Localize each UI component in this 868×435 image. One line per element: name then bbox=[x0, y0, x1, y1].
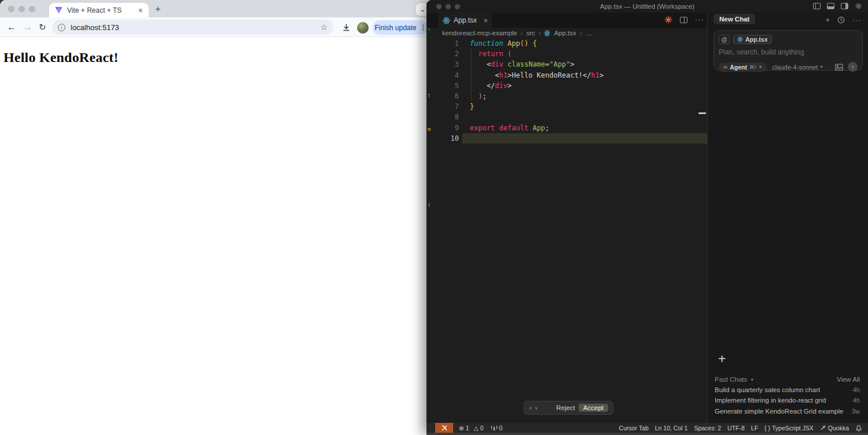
line-number[interactable]: 10 bbox=[426, 134, 459, 142]
zoom-window-button[interactable] bbox=[29, 6, 35, 12]
line-number[interactable]: 5 bbox=[426, 82, 459, 90]
quokka-status[interactable]: Quokka bbox=[820, 425, 849, 432]
line-number[interactable]: 3 bbox=[426, 60, 459, 68]
code-line[interactable]: 3 <div className="App"> bbox=[426, 59, 707, 70]
accept-button[interactable]: Accept bbox=[579, 404, 608, 412]
editor-more-actions-icon[interactable]: ··· bbox=[695, 16, 704, 24]
code-line[interactable]: 10 bbox=[426, 133, 707, 144]
past-chat-item[interactable]: Build a quarterly sales column chart4h bbox=[715, 385, 860, 395]
line-number[interactable]: 9 bbox=[426, 124, 459, 132]
code-line[interactable]: 8 bbox=[426, 112, 707, 122]
new-chat-tab[interactable]: New Chat bbox=[713, 14, 755, 24]
code-line[interactable]: 5 </div> bbox=[426, 81, 707, 91]
line-text[interactable]: function App() { bbox=[470, 39, 537, 47]
quokka-flame-icon[interactable] bbox=[664, 16, 672, 24]
browser-traffic-lights[interactable] bbox=[8, 6, 35, 12]
context-file-chip[interactable]: App.tsx bbox=[733, 35, 772, 44]
code-line[interactable]: 1function App() { bbox=[426, 38, 707, 49]
editor-titlebar[interactable]: App.tsx — Untitled (Workspace) bbox=[426, 0, 868, 13]
breadcrumb-more[interactable]: … bbox=[585, 30, 592, 36]
chat-more-actions-icon[interactable]: ··· bbox=[852, 16, 861, 24]
agent-mode-selector[interactable]: ∞ Agent ⌘I ▼ bbox=[719, 63, 767, 72]
line-number[interactable]: 6 bbox=[426, 92, 459, 100]
eol-status[interactable]: LF bbox=[751, 425, 758, 432]
toggle-panel-icon[interactable] bbox=[827, 3, 834, 9]
back-icon[interactable]: ← bbox=[7, 23, 16, 32]
settings-gear-icon[interactable] bbox=[855, 2, 862, 10]
line-text[interactable]: } bbox=[470, 103, 474, 111]
code-line[interactable]: 6 ); bbox=[426, 91, 707, 101]
toggle-primary-sidebar-icon[interactable] bbox=[813, 3, 821, 9]
code-line[interactable]: 9export default App; bbox=[426, 123, 707, 133]
profile-avatar[interactable] bbox=[357, 22, 369, 34]
past-chats-label[interactable]: Past Chats bbox=[715, 376, 747, 383]
line-number[interactable]: 8 bbox=[426, 113, 459, 121]
cursor-tab-status[interactable]: Cursor Tab bbox=[619, 425, 649, 432]
close-window-button[interactable] bbox=[436, 4, 442, 9]
breadcrumb[interactable]: kendoreact-mcp-example › src › App.tsx ›… bbox=[442, 28, 592, 38]
view-all-link[interactable]: View All bbox=[837, 376, 860, 383]
split-editor-icon[interactable] bbox=[680, 17, 687, 23]
past-chat-item[interactable]: Implement filtering in kendo-react grid4… bbox=[715, 395, 860, 405]
past-chat-item[interactable]: Generate simple KendoReact Grid example3… bbox=[715, 406, 860, 416]
line-number[interactable]: 7 bbox=[426, 103, 459, 111]
line-number[interactable]: 2 bbox=[426, 50, 459, 58]
infinity-icon: ∞ bbox=[723, 64, 727, 70]
downloads-icon[interactable] bbox=[341, 23, 351, 35]
tab-close-icon[interactable]: × bbox=[138, 6, 143, 14]
notifications-bell-icon[interactable] bbox=[855, 425, 862, 432]
code-line[interactable]: 4 <h1>Hello KendoReact!</h1> bbox=[426, 70, 707, 81]
address-bar[interactable]: i localhost:5173 ☆ bbox=[52, 20, 333, 35]
remote-indicator[interactable] bbox=[435, 423, 453, 433]
send-button[interactable]: ↑ bbox=[848, 62, 858, 72]
prev-next-diff-icons[interactable]: ∧∨ bbox=[529, 405, 540, 411]
minimize-window-button[interactable] bbox=[19, 6, 25, 12]
forward-icon[interactable]: → bbox=[23, 23, 32, 32]
new-chat-plus-icon[interactable]: + bbox=[825, 16, 830, 24]
editor-tab-apptsx[interactable]: App.tsx × bbox=[438, 13, 493, 28]
problems-indicator[interactable]: ⊗ 1 △ 0 bbox=[459, 425, 484, 432]
chat-input-placeholder[interactable]: Plan, search, build anything bbox=[719, 48, 858, 56]
finish-update-button[interactable]: Finish update ⋮ bbox=[373, 20, 428, 35]
code-lines[interactable]: 1function App() {2 return (3 <div classN… bbox=[426, 38, 707, 144]
bookmark-star-icon[interactable]: ☆ bbox=[320, 23, 328, 32]
close-window-button[interactable] bbox=[8, 6, 14, 12]
chat-history-icon[interactable] bbox=[837, 16, 845, 24]
browser-tab[interactable]: Vite + React + TS × bbox=[49, 3, 149, 17]
breadcrumb-project[interactable]: kendoreact-mcp-example bbox=[442, 30, 517, 36]
line-text[interactable]: ); bbox=[470, 92, 487, 100]
line-text[interactable]: <h1>Hello KendoReact!</h1> bbox=[470, 71, 604, 79]
line-text[interactable]: <div className="App"> bbox=[470, 60, 575, 68]
past-chat-title: Generate simple KendoReact Grid example bbox=[715, 408, 847, 415]
indentation-status[interactable]: Spaces: 2 bbox=[694, 425, 721, 432]
toggle-secondary-sidebar-icon[interactable] bbox=[841, 3, 848, 9]
line-text[interactable]: return ( bbox=[470, 50, 512, 58]
attach-image-icon[interactable] bbox=[835, 64, 843, 71]
add-context-button[interactable]: @ bbox=[719, 35, 730, 44]
site-info-icon[interactable]: i bbox=[58, 24, 65, 31]
line-text[interactable]: export default App; bbox=[470, 124, 549, 132]
code-line[interactable]: 7} bbox=[426, 101, 707, 112]
cursor-position-status[interactable]: Ln 10, Col 1 bbox=[655, 425, 688, 432]
kebab-menu-icon[interactable]: ⋮ bbox=[420, 24, 426, 31]
reload-icon[interactable]: ↻ bbox=[39, 23, 46, 31]
code-line[interactable]: 2 return ( bbox=[426, 49, 707, 59]
reject-button[interactable]: Reject bbox=[556, 404, 575, 411]
breadcrumb-folder[interactable]: src bbox=[526, 30, 535, 36]
ports-indicator[interactable]: 0 bbox=[491, 425, 503, 432]
chat-input-box[interactable]: @ App.tsx Plan, search, build anything ∞… bbox=[713, 30, 863, 71]
zoom-window-button[interactable] bbox=[455, 4, 460, 9]
tab-close-icon[interactable]: × bbox=[483, 17, 488, 24]
model-selector[interactable]: claude-4-sonnet ▼ bbox=[772, 64, 823, 71]
language-status[interactable]: { } TypeScript JSX bbox=[764, 425, 814, 432]
minimize-window-button[interactable] bbox=[446, 4, 451, 9]
line-number[interactable]: 1 bbox=[426, 39, 459, 47]
editor-traffic-lights[interactable] bbox=[436, 4, 460, 9]
new-tab-button[interactable]: + bbox=[152, 3, 164, 15]
chevron-separator-icon: › bbox=[521, 30, 523, 36]
encoding-status[interactable]: UTF-8 bbox=[727, 425, 745, 432]
url-text[interactable]: localhost:5173 bbox=[71, 23, 320, 32]
line-number[interactable]: 4 bbox=[426, 71, 459, 79]
breadcrumb-file[interactable]: App.tsx bbox=[554, 30, 576, 36]
line-text[interactable]: </div> bbox=[470, 82, 512, 90]
